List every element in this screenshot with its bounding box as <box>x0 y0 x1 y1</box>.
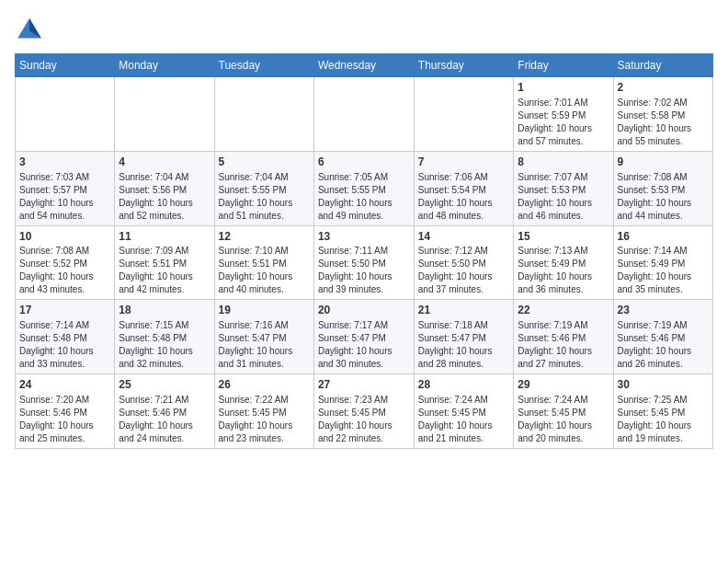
calendar-cell: 2Sunrise: 7:02 AM Sunset: 5:58 PM Daylig… <box>613 77 713 152</box>
calendar-cell: 24Sunrise: 7:20 AM Sunset: 5:46 PM Dayli… <box>16 374 115 449</box>
day-number: 18 <box>119 303 210 318</box>
calendar-week-2: 3Sunrise: 7:03 AM Sunset: 5:57 PM Daylig… <box>16 151 713 225</box>
day-number: 12 <box>219 229 310 245</box>
calendar-cell: 9Sunrise: 7:08 AM Sunset: 5:53 PM Daylig… <box>613 151 713 225</box>
day-number: 20 <box>318 303 410 318</box>
calendar-cell: 15Sunrise: 7:13 AM Sunset: 5:49 PM Dayli… <box>514 225 613 300</box>
day-info: Sunrise: 7:16 AM Sunset: 5:47 PM Dayligh… <box>219 319 310 371</box>
calendar-cell: 23Sunrise: 7:19 AM Sunset: 5:46 PM Dayli… <box>613 300 713 374</box>
calendar-cell: 19Sunrise: 7:16 AM Sunset: 5:47 PM Dayli… <box>214 300 313 374</box>
day-info: Sunrise: 7:17 AM Sunset: 5:47 PM Dayligh… <box>318 319 410 371</box>
calendar-cell: 17Sunrise: 7:14 AM Sunset: 5:48 PM Dayli… <box>16 300 115 374</box>
day-info: Sunrise: 7:19 AM Sunset: 5:46 PM Dayligh… <box>518 319 609 371</box>
weekday-header-tuesday: Tuesday <box>214 54 313 77</box>
day-number: 28 <box>418 377 510 393</box>
day-number: 19 <box>219 303 310 318</box>
day-info: Sunrise: 7:07 AM Sunset: 5:53 PM Dayligh… <box>518 171 609 223</box>
day-info: Sunrise: 7:24 AM Sunset: 5:45 PM Dayligh… <box>418 394 510 445</box>
calendar-cell: 16Sunrise: 7:14 AM Sunset: 5:49 PM Dayli… <box>613 225 713 300</box>
calendar-cell: 13Sunrise: 7:11 AM Sunset: 5:50 PM Dayli… <box>313 225 414 300</box>
day-number: 11 <box>119 229 210 245</box>
day-info: Sunrise: 7:15 AM Sunset: 5:48 PM Dayligh… <box>119 319 210 371</box>
day-number: 16 <box>618 229 710 245</box>
calendar-cell: 4Sunrise: 7:04 AM Sunset: 5:56 PM Daylig… <box>115 151 214 225</box>
calendar-cell: 8Sunrise: 7:07 AM Sunset: 5:53 PM Daylig… <box>514 151 613 225</box>
calendar-cell: 26Sunrise: 7:22 AM Sunset: 5:45 PM Dayli… <box>214 374 313 449</box>
calendar-cell: 5Sunrise: 7:04 AM Sunset: 5:55 PM Daylig… <box>214 151 313 225</box>
day-number: 2 <box>618 80 710 96</box>
day-number: 10 <box>19 229 110 245</box>
day-info: Sunrise: 7:24 AM Sunset: 5:45 PM Dayligh… <box>518 394 609 445</box>
calendar-cell: 20Sunrise: 7:17 AM Sunset: 5:47 PM Dayli… <box>313 300 414 374</box>
day-info: Sunrise: 7:08 AM Sunset: 5:52 PM Dayligh… <box>19 245 110 296</box>
day-number: 29 <box>518 377 609 393</box>
day-number: 25 <box>119 377 210 393</box>
day-info: Sunrise: 7:01 AM Sunset: 5:59 PM Dayligh… <box>518 97 609 148</box>
day-number: 3 <box>19 155 110 170</box>
day-number: 21 <box>418 303 510 318</box>
day-number: 30 <box>618 377 710 393</box>
day-number: 22 <box>518 303 609 318</box>
calendar-cell: 25Sunrise: 7:21 AM Sunset: 5:46 PM Dayli… <box>115 374 214 449</box>
day-info: Sunrise: 7:04 AM Sunset: 5:56 PM Dayligh… <box>119 171 210 223</box>
page-header <box>15 15 713 44</box>
weekday-header-row: SundayMondayTuesdayWednesdayThursdayFrid… <box>16 54 713 77</box>
day-info: Sunrise: 7:19 AM Sunset: 5:46 PM Dayligh… <box>618 319 710 371</box>
day-info: Sunrise: 7:10 AM Sunset: 5:51 PM Dayligh… <box>219 245 310 296</box>
calendar-cell: 12Sunrise: 7:10 AM Sunset: 5:51 PM Dayli… <box>214 225 313 300</box>
day-info: Sunrise: 7:08 AM Sunset: 5:53 PM Dayligh… <box>618 171 710 223</box>
day-number: 7 <box>418 155 510 170</box>
logo-icon <box>15 15 44 44</box>
day-info: Sunrise: 7:18 AM Sunset: 5:47 PM Dayligh… <box>418 319 510 371</box>
day-number: 4 <box>119 155 210 170</box>
weekday-header-monday: Monday <box>115 54 214 77</box>
calendar-cell: 28Sunrise: 7:24 AM Sunset: 5:45 PM Dayli… <box>414 374 514 449</box>
day-number: 15 <box>518 229 609 245</box>
day-number: 13 <box>318 229 410 245</box>
day-info: Sunrise: 7:21 AM Sunset: 5:46 PM Dayligh… <box>119 394 210 445</box>
day-number: 6 <box>318 155 410 170</box>
calendar-cell: 30Sunrise: 7:25 AM Sunset: 5:45 PM Dayli… <box>613 374 713 449</box>
day-info: Sunrise: 7:03 AM Sunset: 5:57 PM Dayligh… <box>19 171 110 223</box>
day-number: 9 <box>618 155 710 170</box>
calendar-cell <box>313 77 414 152</box>
calendar-cell: 6Sunrise: 7:05 AM Sunset: 5:55 PM Daylig… <box>313 151 414 225</box>
weekday-header-friday: Friday <box>514 54 613 77</box>
calendar-cell <box>16 77 115 152</box>
day-info: Sunrise: 7:14 AM Sunset: 5:48 PM Dayligh… <box>19 319 110 371</box>
day-info: Sunrise: 7:11 AM Sunset: 5:50 PM Dayligh… <box>318 245 410 296</box>
day-info: Sunrise: 7:05 AM Sunset: 5:55 PM Dayligh… <box>318 171 410 223</box>
calendar-cell: 29Sunrise: 7:24 AM Sunset: 5:45 PM Dayli… <box>514 374 613 449</box>
day-number: 24 <box>19 377 110 393</box>
day-number: 26 <box>219 377 310 393</box>
calendar-cell: 10Sunrise: 7:08 AM Sunset: 5:52 PM Dayli… <box>16 225 115 300</box>
day-number: 14 <box>418 229 510 245</box>
calendar-cell: 22Sunrise: 7:19 AM Sunset: 5:46 PM Dayli… <box>514 300 613 374</box>
day-info: Sunrise: 7:02 AM Sunset: 5:58 PM Dayligh… <box>618 97 710 148</box>
day-info: Sunrise: 7:22 AM Sunset: 5:45 PM Dayligh… <box>219 394 310 445</box>
calendar-week-3: 10Sunrise: 7:08 AM Sunset: 5:52 PM Dayli… <box>16 225 713 300</box>
calendar-week-4: 17Sunrise: 7:14 AM Sunset: 5:48 PM Dayli… <box>16 300 713 374</box>
weekday-header-wednesday: Wednesday <box>313 54 414 77</box>
day-number: 23 <box>618 303 710 318</box>
day-number: 1 <box>518 80 609 96</box>
calendar-cell: 11Sunrise: 7:09 AM Sunset: 5:51 PM Dayli… <box>115 225 214 300</box>
calendar-week-5: 24Sunrise: 7:20 AM Sunset: 5:46 PM Dayli… <box>16 374 713 449</box>
logo <box>15 15 48 44</box>
day-number: 17 <box>19 303 110 318</box>
day-info: Sunrise: 7:20 AM Sunset: 5:46 PM Dayligh… <box>19 394 110 445</box>
calendar-cell: 27Sunrise: 7:23 AM Sunset: 5:45 PM Dayli… <box>313 374 414 449</box>
day-info: Sunrise: 7:04 AM Sunset: 5:55 PM Dayligh… <box>219 171 310 223</box>
day-info: Sunrise: 7:25 AM Sunset: 5:45 PM Dayligh… <box>618 394 710 445</box>
calendar-cell: 18Sunrise: 7:15 AM Sunset: 5:48 PM Dayli… <box>115 300 214 374</box>
day-info: Sunrise: 7:12 AM Sunset: 5:50 PM Dayligh… <box>418 245 510 296</box>
calendar-header: SundayMondayTuesdayWednesdayThursdayFrid… <box>16 54 713 77</box>
weekday-header-sunday: Sunday <box>16 54 115 77</box>
calendar-cell: 21Sunrise: 7:18 AM Sunset: 5:47 PM Dayli… <box>414 300 514 374</box>
calendar-cell: 3Sunrise: 7:03 AM Sunset: 5:57 PM Daylig… <box>16 151 115 225</box>
calendar-table: SundayMondayTuesdayWednesdayThursdayFrid… <box>15 53 713 449</box>
calendar-cell: 1Sunrise: 7:01 AM Sunset: 5:59 PM Daylig… <box>514 77 613 152</box>
day-info: Sunrise: 7:14 AM Sunset: 5:49 PM Dayligh… <box>618 245 710 296</box>
day-number: 27 <box>318 377 410 393</box>
weekday-header-thursday: Thursday <box>414 54 514 77</box>
